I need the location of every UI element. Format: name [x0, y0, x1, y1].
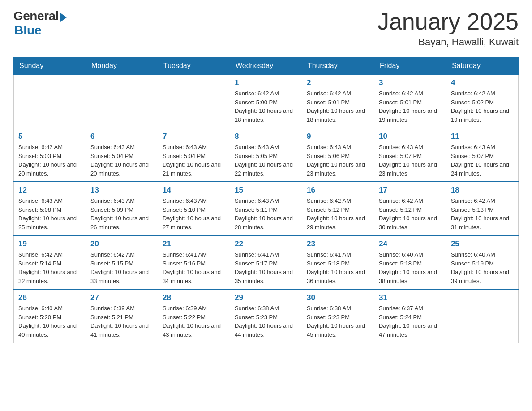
day-number: 15	[235, 186, 297, 195]
table-row: 11Sunrise: 6:43 AM Sunset: 5:07 PM Dayli…	[446, 128, 518, 182]
table-row: 4Sunrise: 6:42 AM Sunset: 5:02 PM Daylig…	[446, 75, 518, 128]
day-number: 31	[379, 293, 442, 302]
table-row: 26Sunrise: 6:40 AM Sunset: 5:20 PM Dayli…	[14, 289, 86, 343]
calendar-week-row: 26Sunrise: 6:40 AM Sunset: 5:20 PM Dayli…	[14, 289, 519, 343]
day-info: Sunrise: 6:43 AM Sunset: 5:04 PM Dayligh…	[90, 143, 153, 178]
day-number: 30	[307, 293, 369, 302]
day-number: 3	[379, 78, 442, 87]
day-info: Sunrise: 6:40 AM Sunset: 5:18 PM Dayligh…	[379, 250, 442, 285]
page-header: General Blue January 2025 Bayan, Hawalli…	[13, 9, 519, 48]
table-row	[14, 75, 86, 128]
table-row: 24Sunrise: 6:40 AM Sunset: 5:18 PM Dayli…	[374, 235, 446, 289]
day-number: 26	[18, 293, 81, 302]
table-row: 3Sunrise: 6:42 AM Sunset: 5:01 PM Daylig…	[374, 75, 446, 128]
day-number: 27	[90, 293, 153, 302]
day-info: Sunrise: 6:39 AM Sunset: 5:21 PM Dayligh…	[90, 304, 153, 339]
day-info: Sunrise: 6:40 AM Sunset: 5:20 PM Dayligh…	[18, 304, 81, 339]
day-info: Sunrise: 6:41 AM Sunset: 5:17 PM Dayligh…	[235, 250, 297, 285]
day-info: Sunrise: 6:43 AM Sunset: 5:07 PM Dayligh…	[451, 143, 514, 178]
calendar-week-row: 1Sunrise: 6:42 AM Sunset: 5:00 PM Daylig…	[14, 75, 519, 128]
day-info: Sunrise: 6:39 AM Sunset: 5:22 PM Dayligh…	[163, 304, 225, 339]
header-friday: Friday	[374, 57, 446, 75]
table-row: 6Sunrise: 6:43 AM Sunset: 5:04 PM Daylig…	[86, 128, 158, 182]
table-row: 28Sunrise: 6:39 AM Sunset: 5:22 PM Dayli…	[158, 289, 230, 343]
table-row: 27Sunrise: 6:39 AM Sunset: 5:21 PM Dayli…	[86, 289, 158, 343]
calendar-week-row: 19Sunrise: 6:42 AM Sunset: 5:14 PM Dayli…	[14, 235, 519, 289]
table-row	[446, 289, 518, 343]
table-row	[158, 75, 230, 128]
table-row: 10Sunrise: 6:43 AM Sunset: 5:07 PM Dayli…	[374, 128, 446, 182]
day-info: Sunrise: 6:43 AM Sunset: 5:05 PM Dayligh…	[235, 143, 297, 178]
day-number: 24	[379, 240, 442, 248]
day-info: Sunrise: 6:42 AM Sunset: 5:03 PM Dayligh…	[18, 143, 81, 178]
day-number: 13	[90, 186, 153, 195]
day-number: 22	[235, 240, 297, 248]
day-number: 2	[307, 78, 369, 87]
header-saturday: Saturday	[446, 57, 518, 75]
day-info: Sunrise: 6:43 AM Sunset: 5:07 PM Dayligh…	[379, 143, 442, 178]
calendar-table: Sunday Monday Tuesday Wednesday Thursday…	[13, 57, 519, 343]
day-info: Sunrise: 6:40 AM Sunset: 5:19 PM Dayligh…	[451, 250, 514, 285]
day-info: Sunrise: 6:43 AM Sunset: 5:09 PM Dayligh…	[90, 197, 153, 231]
table-row: 16Sunrise: 6:42 AM Sunset: 5:12 PM Dayli…	[302, 182, 374, 235]
day-info: Sunrise: 6:38 AM Sunset: 5:23 PM Dayligh…	[235, 304, 297, 339]
logo-arrow-icon	[60, 13, 67, 22]
day-number: 28	[163, 293, 225, 302]
day-number: 18	[451, 186, 514, 195]
table-row: 21Sunrise: 6:41 AM Sunset: 5:16 PM Dayli…	[158, 235, 230, 289]
day-number: 7	[163, 132, 225, 141]
day-number: 19	[18, 240, 81, 248]
day-info: Sunrise: 6:41 AM Sunset: 5:18 PM Dayligh…	[307, 250, 369, 285]
header-thursday: Thursday	[302, 57, 374, 75]
day-number: 16	[307, 186, 369, 195]
calendar-week-row: 12Sunrise: 6:43 AM Sunset: 5:08 PM Dayli…	[14, 182, 519, 235]
day-number: 12	[18, 186, 81, 195]
day-info: Sunrise: 6:42 AM Sunset: 5:14 PM Dayligh…	[18, 250, 81, 285]
table-row: 17Sunrise: 6:42 AM Sunset: 5:12 PM Dayli…	[374, 182, 446, 235]
day-info: Sunrise: 6:42 AM Sunset: 5:02 PM Dayligh…	[451, 89, 514, 124]
table-row: 15Sunrise: 6:43 AM Sunset: 5:11 PM Dayli…	[230, 182, 302, 235]
table-row: 25Sunrise: 6:40 AM Sunset: 5:19 PM Dayli…	[446, 235, 518, 289]
day-info: Sunrise: 6:37 AM Sunset: 5:24 PM Dayligh…	[379, 304, 442, 339]
header-row: Sunday Monday Tuesday Wednesday Thursday…	[14, 57, 519, 75]
table-row: 2Sunrise: 6:42 AM Sunset: 5:01 PM Daylig…	[302, 75, 374, 128]
day-number: 23	[307, 240, 369, 248]
table-row: 22Sunrise: 6:41 AM Sunset: 5:17 PM Dayli…	[230, 235, 302, 289]
day-number: 1	[235, 78, 297, 87]
day-number: 6	[90, 132, 153, 141]
day-info: Sunrise: 6:43 AM Sunset: 5:08 PM Dayligh…	[18, 197, 81, 231]
logo: General Blue	[13, 9, 67, 38]
table-row: 18Sunrise: 6:42 AM Sunset: 5:13 PM Dayli…	[446, 182, 518, 235]
title-block: January 2025 Bayan, Hawalli, Kuwait	[378, 9, 519, 48]
day-number: 5	[18, 132, 81, 141]
table-row	[86, 75, 158, 128]
day-info: Sunrise: 6:43 AM Sunset: 5:04 PM Dayligh…	[163, 143, 225, 178]
day-info: Sunrise: 6:43 AM Sunset: 5:06 PM Dayligh…	[307, 143, 369, 178]
table-row: 8Sunrise: 6:43 AM Sunset: 5:05 PM Daylig…	[230, 128, 302, 182]
day-number: 11	[451, 132, 514, 141]
day-number: 9	[307, 132, 369, 141]
day-info: Sunrise: 6:42 AM Sunset: 5:15 PM Dayligh…	[90, 250, 153, 285]
table-row: 1Sunrise: 6:42 AM Sunset: 5:00 PM Daylig…	[230, 75, 302, 128]
day-info: Sunrise: 6:42 AM Sunset: 5:01 PM Dayligh…	[307, 89, 369, 124]
header-monday: Monday	[86, 57, 158, 75]
day-info: Sunrise: 6:43 AM Sunset: 5:11 PM Dayligh…	[235, 197, 297, 231]
logo-blue-text: Blue	[14, 23, 42, 38]
table-row: 30Sunrise: 6:38 AM Sunset: 5:23 PM Dayli…	[302, 289, 374, 343]
day-info: Sunrise: 6:42 AM Sunset: 5:00 PM Dayligh…	[235, 89, 297, 124]
day-number: 10	[379, 132, 442, 141]
day-number: 20	[90, 240, 153, 248]
day-info: Sunrise: 6:43 AM Sunset: 5:10 PM Dayligh…	[163, 197, 225, 231]
calendar-week-row: 5Sunrise: 6:42 AM Sunset: 5:03 PM Daylig…	[14, 128, 519, 182]
table-row: 13Sunrise: 6:43 AM Sunset: 5:09 PM Dayli…	[86, 182, 158, 235]
day-number: 4	[451, 78, 514, 87]
day-number: 17	[379, 186, 442, 195]
calendar-title: January 2025	[378, 9, 519, 34]
day-info: Sunrise: 6:38 AM Sunset: 5:23 PM Dayligh…	[307, 304, 369, 339]
table-row: 14Sunrise: 6:43 AM Sunset: 5:10 PM Dayli…	[158, 182, 230, 235]
table-row: 12Sunrise: 6:43 AM Sunset: 5:08 PM Dayli…	[14, 182, 86, 235]
table-row: 5Sunrise: 6:42 AM Sunset: 5:03 PM Daylig…	[14, 128, 86, 182]
day-number: 21	[163, 240, 225, 248]
day-info: Sunrise: 6:42 AM Sunset: 5:12 PM Dayligh…	[307, 197, 369, 231]
day-number: 29	[235, 293, 297, 302]
